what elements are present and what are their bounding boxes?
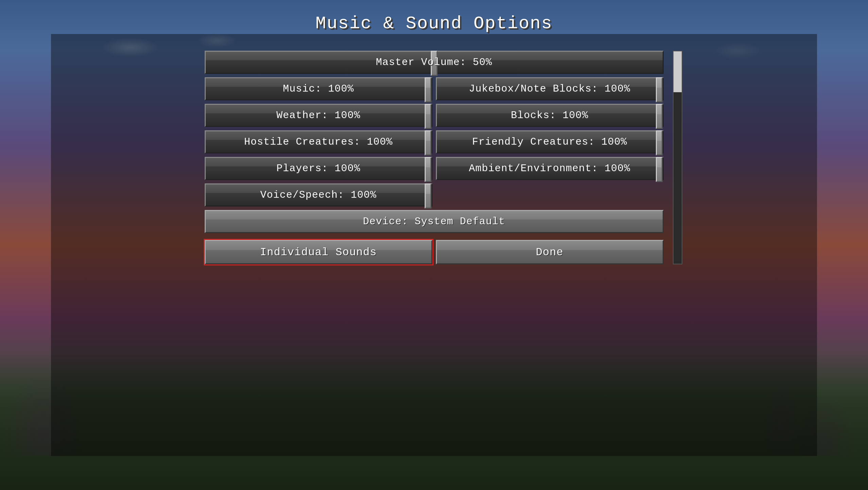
master-volume-slider[interactable]: Master Volume: 50%	[205, 51, 664, 74]
voice-row-spacer	[436, 183, 664, 207]
hostile-creatures-handle[interactable]	[425, 130, 431, 156]
page-title: Music & Sound Options	[316, 14, 552, 34]
individual-sounds-button[interactable]: Individual Sounds	[205, 240, 432, 264]
jukebox-label: Jukebox/Note Blocks: 100%	[469, 83, 630, 95]
jukebox-slider[interactable]: Jukebox/Note Blocks: 100%	[436, 77, 664, 100]
weather-handle[interactable]	[425, 104, 431, 129]
music-slider[interactable]: Music: 100%	[205, 77, 432, 100]
friendly-creatures-label: Friendly Creatures: 100%	[472, 136, 627, 148]
hostile-creatures-label: Hostile Creatures: 100%	[244, 136, 393, 148]
done-button[interactable]: Done	[436, 240, 664, 264]
device-button[interactable]: Device: System Default	[205, 210, 664, 233]
scrollbar-track[interactable]	[673, 51, 682, 264]
weather-label: Weather: 100%	[276, 110, 360, 121]
ambient-label: Ambient/Environment: 100%	[469, 163, 630, 174]
friendly-creatures-slider[interactable]: Friendly Creatures: 100%	[436, 130, 664, 153]
friendly-creatures-handle[interactable]	[656, 130, 663, 156]
players-handle[interactable]	[425, 157, 431, 182]
done-label: Done	[536, 246, 563, 259]
weather-blocks-row: Weather: 100% Blocks: 100%	[205, 104, 664, 127]
ambient-handle[interactable]	[656, 157, 663, 182]
device-label: Device: System Default	[363, 216, 505, 227]
hostile-creatures-slider[interactable]: Hostile Creatures: 100%	[205, 130, 432, 153]
voice-handle[interactable]	[425, 183, 431, 209]
creatures-row: Hostile Creatures: 100% Friendly Creatur…	[205, 130, 664, 153]
players-slider[interactable]: Players: 100%	[205, 157, 432, 180]
jukebox-handle[interactable]	[656, 77, 663, 102]
individual-sounds-label: Individual Sounds	[260, 246, 377, 259]
weather-slider[interactable]: Weather: 100%	[205, 104, 432, 127]
main-container: Music & Sound Options Master Volume: 50%…	[0, 0, 868, 490]
ambient-slider[interactable]: Ambient/Environment: 100%	[436, 157, 664, 180]
master-volume-label: Master Volume: 50%	[376, 56, 492, 68]
scrollbar-thumb[interactable]	[674, 51, 682, 92]
blocks-slider[interactable]: Blocks: 100%	[436, 104, 664, 127]
players-label: Players: 100%	[276, 163, 360, 174]
voice-label: Voice/Speech: 100%	[260, 189, 376, 201]
settings-panel: Master Volume: 50% Music: 100% Jukebox/N…	[205, 51, 664, 264]
players-ambient-row: Players: 100% Ambient/Environment: 100%	[205, 157, 664, 180]
music-jukebox-row: Music: 100% Jukebox/Note Blocks: 100%	[205, 77, 664, 100]
blocks-handle[interactable]	[656, 104, 663, 129]
bottom-buttons: Individual Sounds Done	[205, 240, 664, 264]
voice-row: Voice/Speech: 100%	[205, 183, 664, 207]
music-handle[interactable]	[425, 77, 431, 102]
voice-slider[interactable]: Voice/Speech: 100%	[205, 183, 432, 207]
music-label: Music: 100%	[283, 83, 354, 95]
blocks-label: Blocks: 100%	[511, 110, 588, 121]
